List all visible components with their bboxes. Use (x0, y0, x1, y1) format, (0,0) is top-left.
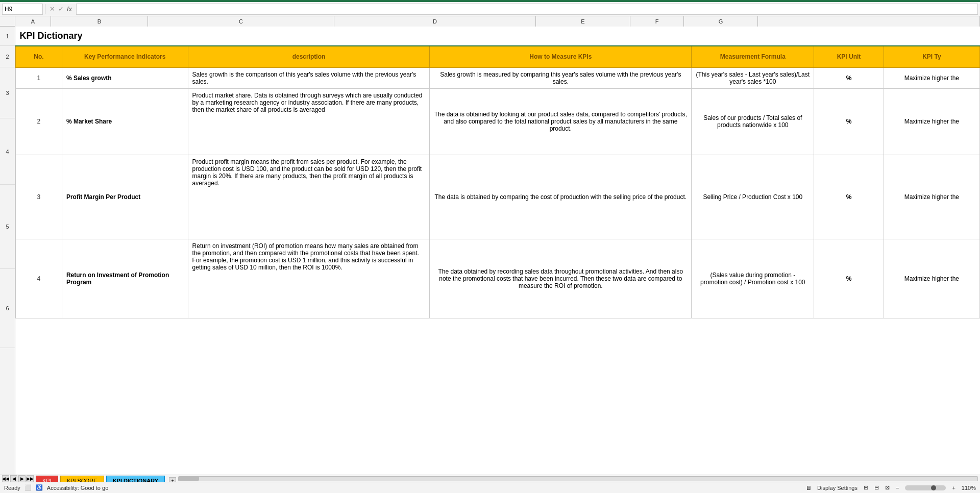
kpi4-formula: (Sales value during promotion - promotio… (692, 239, 814, 318)
row-num-5[interactable]: 5 (0, 185, 15, 269)
table-row: 2 % Market Share Product market share. D… (16, 88, 980, 155)
zoom-slider[interactable] (905, 485, 946, 490)
kpi1-measure: Sales growth is measured by comparing th… (430, 67, 692, 88)
row-num-3[interactable]: 3 (0, 67, 15, 118)
cell-mode-icon: ⬜ (24, 484, 32, 491)
status-right: 🖥 Display Settings ⊞ ⊟ ⊠ − + 110% (805, 484, 976, 491)
header-type: KPI Ty (884, 46, 979, 67)
table-row: 1 % Sales growth Sales growth is the com… (16, 67, 980, 88)
scroll-first-btn[interactable]: ◀◀ (2, 475, 9, 482)
row-num-2[interactable]: 2 (0, 46, 15, 67)
header-no: No. (16, 46, 62, 67)
status-left: Ready ⬜ ♿ Accessibility: Good to go (4, 484, 108, 491)
page-title: KPI Dictionary (20, 31, 83, 41)
kpi4-description: Return on investment (ROI) of promotion … (188, 239, 430, 318)
kpi2-type: Maximize higher the (884, 88, 979, 155)
view-break-icon[interactable]: ⊠ (885, 484, 890, 491)
kpi4-type: Maximize higher the (884, 239, 979, 318)
display-settings-label[interactable]: Display Settings (817, 485, 857, 491)
ready-status: Ready (4, 485, 20, 491)
display-settings-icon: 🖥 (805, 485, 811, 491)
table-area: KPI Dictionary No. Key Performance Indic… (15, 27, 980, 475)
scroll-next-btn[interactable]: ▶ (18, 475, 26, 482)
kpi3-no: 3 (16, 155, 62, 239)
kpi2-measure: The data is obtained by looking at our p… (430, 88, 692, 155)
col-header-d[interactable]: D (334, 16, 536, 27)
view-layout-icon[interactable]: ⊟ (874, 484, 879, 491)
table-row: 4 Return on Investment of Promotion Prog… (16, 239, 980, 318)
cell-reference-box[interactable]: H9 (2, 4, 43, 15)
col-header-f[interactable]: F (630, 16, 684, 27)
scroll-nav-left: ◀◀ ◀ ▶ ▶▶ (0, 475, 36, 482)
row-numbers-panel: 1 2 3 4 5 6 (0, 27, 15, 475)
fx-label: fx (67, 5, 72, 13)
corner-cell (0, 16, 15, 26)
accessibility-icon: ♿ (36, 484, 43, 491)
formula-bar: H9 ✕ ✓ fx (0, 2, 980, 16)
kpi2-formula: Sales of our products / Total sales of p… (692, 88, 814, 155)
kpi3-measure: The data is obtained by comparing the co… (430, 155, 692, 239)
scrollbar-thumb[interactable] (179, 477, 199, 481)
accessibility-status: Accessibility: Good to go (47, 485, 108, 491)
column-header-row: A B C D E F G (0, 16, 980, 27)
col-header-b[interactable]: B (51, 16, 148, 27)
zoom-out-icon[interactable]: − (896, 485, 899, 491)
confirm-icon[interactable]: ✓ (58, 5, 64, 13)
kpi3-description: Product profit margin means the profit f… (188, 155, 430, 239)
header-formula: Measurement Formula (692, 46, 814, 67)
kpi1-name: % Sales growth (62, 67, 188, 88)
kpi2-no: 2 (16, 88, 62, 155)
kpi1-type: Maximize higher the (884, 67, 979, 88)
kpi2-name: % Market Share (62, 88, 188, 155)
header-unit: KPI Unit (814, 46, 884, 67)
kpi3-unit: % (814, 155, 884, 239)
cancel-icon[interactable]: ✕ (50, 5, 55, 13)
kpi4-name: Return on Investment of Promotion Progra… (62, 239, 188, 318)
kpi1-no: 1 (16, 67, 62, 88)
kpi3-name: Profit Margin Per Product (62, 155, 188, 239)
kpi3-formula: Selling Price / Production Cost x 100 (692, 155, 814, 239)
header-description: description (188, 46, 430, 67)
kpi4-no: 4 (16, 239, 62, 318)
status-bar: Ready ⬜ ♿ Accessibility: Good to go 🖥 Di… (0, 482, 980, 493)
row-num-6[interactable]: 6 (0, 269, 15, 348)
kpi3-type: Maximize higher the (884, 155, 979, 239)
col-header-g[interactable]: G (684, 16, 758, 27)
header-row: No. Key Performance Indicators descripti… (16, 46, 980, 67)
title-row: KPI Dictionary (16, 27, 980, 46)
kpi4-unit: % (814, 239, 884, 318)
formula-separator (45, 4, 45, 14)
kpi4-measure: The data obtained by recording sales dat… (430, 239, 692, 318)
col-header-e[interactable]: E (536, 16, 630, 27)
kpi1-description: Sales growth is the comparison of this y… (188, 67, 430, 88)
kpi2-description: Product market share. Data is obtained t… (188, 88, 430, 155)
col-header-rest (758, 16, 980, 27)
kpi2-unit: % (814, 88, 884, 155)
header-kpi: Key Performance Indicators (62, 46, 188, 67)
spreadsheet-grid: A B C D E F G 1 2 3 4 5 6 KPI Dictionary (0, 16, 980, 475)
horizontal-scrollbar-area: ◀◀ ◀ ▶ ▶▶ KPI KPI SCORE KPI DICTIONARY + (0, 475, 980, 482)
header-how-to-measure: How to Measure KPIs (430, 46, 692, 67)
scroll-prev-btn[interactable]: ◀ (10, 475, 17, 482)
row-num-1[interactable]: 1 (0, 27, 15, 46)
zoom-level: 110% (962, 485, 976, 491)
col-header-a[interactable]: A (15, 16, 51, 27)
row-num-4[interactable]: 4 (0, 118, 15, 185)
kpi-dictionary-table: KPI Dictionary No. Key Performance Indic… (15, 27, 980, 318)
kpi1-unit: % (814, 67, 884, 88)
table-row: 3 Profit Margin Per Product Product prof… (16, 155, 980, 239)
zoom-in-icon[interactable]: + (952, 485, 955, 491)
formula-input[interactable] (76, 4, 978, 15)
scroll-last-btn[interactable]: ▶▶ (27, 475, 34, 482)
formula-icons: ✕ ✓ fx (47, 5, 74, 13)
view-normal-icon[interactable]: ⊞ (864, 484, 868, 491)
horizontal-scrollbar[interactable] (178, 476, 978, 481)
col-header-c[interactable]: C (148, 16, 334, 27)
kpi1-formula: (This year's sales - Last year's sales)/… (692, 67, 814, 88)
grid-body: 1 2 3 4 5 6 KPI Dictionary No. Key Perfo… (0, 27, 980, 475)
